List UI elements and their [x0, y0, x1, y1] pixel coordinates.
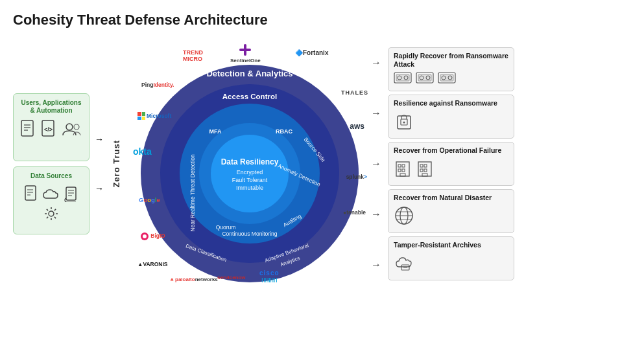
svg-text:RBAC: RBAC [276, 128, 292, 135]
data-sources-box: Data Sources [13, 166, 89, 234]
svg-text:Near Realtime Threat Detection: Near Realtime Threat Detection [189, 154, 196, 232]
center-diagram: Detection & Analytics Access Control Dat… [130, 38, 370, 290]
arrow-4: → [371, 209, 381, 220]
svg-rect-12 [66, 187, 76, 200]
svg-rect-8 [25, 186, 36, 200]
svg-rect-64 [420, 164, 423, 167]
svg-text:Fault Tolerant: Fault Tolerant [232, 177, 268, 183]
right-box-3-icons [394, 158, 434, 177]
bigid-logo: BigID [140, 232, 165, 241]
tape-icon-3 [438, 72, 456, 84]
svg-rect-47 [418, 74, 431, 81]
svg-rect-59 [402, 164, 405, 167]
svg-rect-40 [239, 49, 251, 51]
arrow-up-right: → [95, 134, 104, 144]
left-arrow-container: → → [89, 73, 109, 255]
right-box-operational: Recover from Operational Failure [388, 142, 514, 186]
pingidentity-logo: PingIdentity. [141, 82, 174, 88]
right-box-archives: Tamper-Resistant Archives [388, 236, 514, 280]
svg-rect-43 [396, 74, 409, 81]
diagram-svg: Detection & Analytics Access Control Dat… [130, 38, 370, 290]
document-icon [20, 120, 37, 139]
right-box-1-title: Rapidly Recover from Ransomware Attack [394, 52, 508, 69]
right-box-4-icons [394, 205, 414, 226]
svg-rect-58 [398, 164, 401, 167]
svg-rect-67 [424, 169, 427, 172]
right-box-2-icons [394, 111, 414, 131]
users-icon [62, 122, 82, 137]
right-box-3-title: Recover from Operational Failure [394, 146, 501, 155]
varonis-logo: ▲VARONIS [137, 261, 168, 267]
google-logo-right: splunk> [346, 174, 367, 180]
tape-icon-2 [416, 72, 434, 84]
google-logo: Google [139, 196, 160, 203]
building-icon-1 [394, 158, 412, 177]
data-sources-icons [18, 185, 85, 221]
users-box-icons: </> [20, 120, 82, 139]
okta-logo: okta [133, 146, 152, 157]
svg-text:Encrypted: Encrypted [237, 169, 263, 176]
users-box-title: Users, Applications& Automation [21, 99, 82, 115]
right-box-4-title: Recover from Natural Disaster [394, 194, 492, 202]
scroll-icon [64, 185, 78, 202]
svg-point-6 [66, 124, 73, 130]
right-box-2-title: Resilience against Ransomware [394, 99, 497, 108]
left-panel: Users, Applications& Automation </> [13, 93, 89, 234]
right-box-1-icons [394, 72, 456, 84]
tenable-logo: ●tenable [343, 209, 366, 216]
page-title: Cohesity Threat Defense Architecture [13, 12, 631, 28]
building-icon-2 [416, 158, 434, 177]
right-box-5-title: Tamper-Resistant Archives [394, 241, 481, 249]
archive-cloud-icon [394, 253, 417, 271]
cisco-logo: cisco ||||||||| [259, 269, 280, 282]
trendmicro-logo: TRENDMICRO [183, 49, 203, 62]
data-sources-title: Data Sources [30, 172, 72, 180]
users-box: Users, Applications& Automation </> [13, 93, 89, 161]
settings-icon [43, 206, 59, 221]
svg-point-7 [74, 124, 79, 130]
zero-trust-label: Zero Trust [112, 140, 127, 188]
file-icon [24, 185, 38, 202]
right-box-ransomware-recover: Rapidly Recover from Ransomware Attack [388, 47, 514, 91]
svg-rect-60 [398, 169, 401, 172]
arrow-2: → [371, 108, 381, 119]
arrow-1: → [371, 57, 381, 69]
code-icon: </> [41, 120, 58, 139]
microsoft-logo: Microsoft [137, 112, 171, 120]
thales-logo: THALES [341, 89, 368, 96]
svg-text:MFA: MFA [209, 128, 222, 135]
svg-text:Quorum: Quorum [216, 224, 236, 231]
arrows-container: → → → → → [370, 38, 383, 290]
right-panel: Rapidly Recover from Ransomware Attack [388, 47, 514, 280]
main-container: Cohesity Threat Defense Architecture Use… [0, 0, 644, 340]
sentinelone-logo: SentinelOne [230, 44, 261, 63]
arrow-3: → [371, 158, 381, 170]
svg-rect-0 [21, 120, 33, 136]
paloalto-logo: 🔺paloaltonetworks [169, 277, 218, 282]
right-box-resilience: Resilience against Ransomware [388, 95, 514, 139]
svg-text:Immutable: Immutable [236, 185, 263, 191]
right-box-natural-disaster: Recover from Natural Disaster [388, 189, 514, 233]
svg-point-56 [403, 122, 405, 124]
arrow-5: → [371, 259, 381, 271]
shield-lock-icon [394, 111, 414, 131]
cloud-icon [42, 187, 60, 201]
tape-icon-1 [394, 72, 412, 84]
svg-rect-65 [424, 164, 427, 167]
svg-point-16 [49, 211, 54, 216]
servicenow-logo: servicenow [217, 275, 246, 280]
svg-text:Detection & Analytics: Detection & Analytics [206, 69, 292, 78]
aws-logo: aws [350, 122, 364, 131]
fortanix-logo: 🔷Fortanix [295, 49, 328, 56]
svg-rect-51 [440, 74, 453, 81]
svg-text:Continuous Monitoring: Continuous Monitoring [222, 231, 277, 237]
svg-text:</>: </> [44, 126, 53, 133]
arrow-down-right: → [95, 183, 104, 194]
svg-text:Data Resiliency: Data Resiliency [221, 157, 279, 166]
globe-icon [394, 205, 414, 226]
content-row: Users, Applications& Automation </> [13, 38, 631, 290]
svg-rect-61 [402, 169, 405, 172]
svg-rect-66 [420, 169, 423, 172]
svg-text:Access Control: Access Control [222, 93, 277, 100]
right-box-5-icons [394, 253, 417, 271]
